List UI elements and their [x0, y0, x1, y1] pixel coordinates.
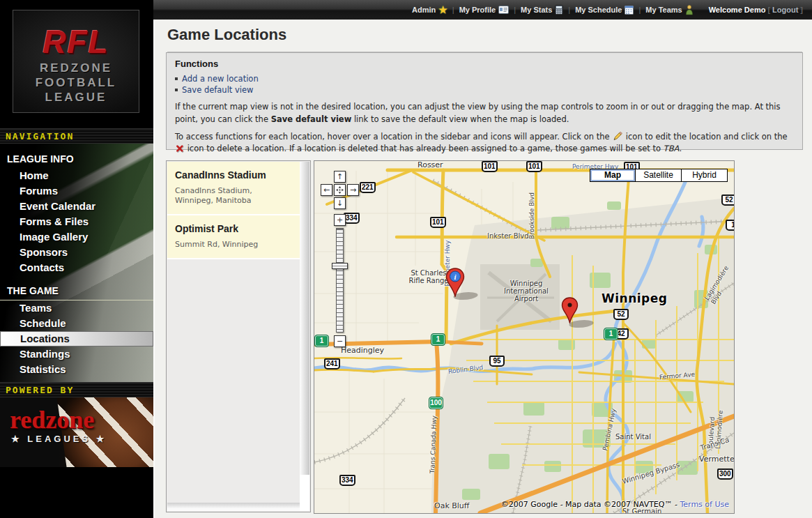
profile-card-icon	[498, 6, 509, 14]
trans-canada-shield: 1	[604, 328, 618, 340]
map-type-switcher: Map Satellite Hybrid	[590, 169, 728, 182]
map-label: Rosser	[418, 161, 443, 169]
zoom-slider-track[interactable]	[336, 228, 344, 333]
copyright-text: ©2007 Google - Map data ©2007 NAVTEQ™ -	[501, 500, 677, 509]
location-name: CanadInns Stadium	[175, 169, 293, 181]
edit-pencil-icon	[613, 132, 622, 141]
sidebar-item-statistics[interactable]: Statistics	[0, 362, 153, 377]
add-location-link[interactable]: Add a new location	[182, 73, 259, 84]
bullet-icon	[175, 89, 178, 91]
sidebar-item-locations[interactable]: Locations	[0, 331, 153, 346]
zoom-in-button[interactable]: +	[334, 214, 346, 226]
pan-up-button[interactable]: ↑	[334, 171, 346, 183]
sidebar: RFL REDZONE FOOTBALL LEAGUE NAVIGATION L…	[0, 0, 153, 518]
section-header-league-info: LEAGUE INFO	[0, 149, 153, 168]
instruction-bold-text: Save default view	[271, 114, 352, 124]
pan-right-button[interactable]: →	[347, 184, 359, 196]
pan-center-button[interactable]	[334, 184, 346, 196]
trans-canada-shield: 1	[314, 335, 329, 347]
sidebar-item-teams[interactable]: Teams	[0, 300, 153, 316]
topbar-label-my-schedule: My Schedule	[575, 6, 622, 14]
save-default-view-link[interactable]: Save default view	[182, 84, 253, 96]
tba-text: TBA	[664, 144, 680, 153]
topbar-label-my-profile: My Profile	[459, 6, 496, 14]
trans-canada-shield: 100	[429, 397, 443, 409]
league-logo-acronym: RFL	[13, 23, 139, 61]
functions-links: Add a new location Save default view	[175, 73, 794, 96]
topbar-link-my-stats[interactable]: My Stats	[521, 5, 563, 15]
sidebar-nav: LEAGUE INFO Home Forums Event Calendar F…	[0, 144, 153, 382]
page-title: Game Locations	[167, 26, 802, 52]
instructions-paragraph-2: To access functions for each location, h…	[175, 131, 794, 156]
sidebar-item-sponsors[interactable]: Sponsors	[0, 245, 153, 260]
sidebar-item-forms-files[interactable]: Forms & Files	[0, 214, 153, 229]
route-shield: 101	[430, 217, 446, 228]
topbar-link-admin[interactable]: Admin ★	[412, 5, 447, 15]
map-copyright: ©2007 Google - Map data ©2007 NAVTEQ™ - …	[501, 500, 729, 509]
redzone-logo-subtext: ★ LEAGUES ★	[11, 434, 107, 444]
redzone-logo-text: redzone	[10, 407, 94, 432]
route-shield: 101	[482, 161, 498, 172]
league-logo-line: LEAGUE	[13, 90, 139, 105]
functions-box-title: Functions	[175, 59, 794, 69]
topbar-label-admin: Admin	[412, 6, 436, 14]
map-label: Inkster Blvd	[487, 232, 529, 240]
route-shield: 52	[721, 195, 735, 206]
vertical-scrollbar[interactable]	[300, 162, 309, 503]
map-type-button-hybrid[interactable]: Hybrid	[682, 169, 728, 182]
map-label: Headingley	[341, 346, 384, 354]
list-item: Add a new location	[175, 73, 794, 84]
instructions-paragraph-1: If the current map view is not in the de…	[175, 101, 794, 126]
locations-panel: CanadInns Stadium CanadInns Stadium, Win…	[166, 160, 311, 512]
map-canvas[interactable]: Rosser Perimeter Hwy Perimeter Hwy Brook…	[314, 160, 735, 514]
map-marker-location[interactable]	[561, 297, 579, 323]
functions-box: Functions Add a new location Save defaul…	[166, 52, 803, 150]
topbar-link-my-teams[interactable]: My Teams	[645, 5, 693, 15]
sidebar-item-standings[interactable]: Standings	[0, 346, 153, 362]
pan-left-button[interactable]: ←	[321, 184, 332, 196]
zoom-slider-handle[interactable]	[332, 263, 348, 269]
sidebar-item-forums[interactable]: Forums	[0, 183, 153, 199]
map-label-winnipeg: Winnipeg	[602, 295, 667, 303]
location-card-canadinns[interactable]: CanadInns Stadium CanadInns Stadium, Win…	[167, 162, 300, 215]
calendar-icon	[625, 5, 634, 15]
vertical-scrollbar-thumb[interactable]	[300, 475, 309, 503]
welcome-text: Welcome Demo	[709, 6, 766, 14]
sidebar-item-schedule[interactable]: Schedule	[0, 316, 153, 331]
scrollbar-corner	[300, 503, 309, 511]
sidebar-item-contacts[interactable]: Contacts	[0, 260, 153, 275]
person-icon	[685, 5, 694, 15]
route-shield: 101	[526, 161, 542, 172]
map-type-button-map[interactable]: Map	[590, 169, 636, 182]
league-logo-line: FOOTBALL	[13, 75, 139, 90]
map-label: Oak Bluff	[434, 502, 469, 510]
route-shield: 52	[613, 309, 629, 320]
navigation-banner: NAVIGATION	[0, 128, 153, 144]
map-label: Vermette	[699, 455, 735, 463]
location-card-optimist-park[interactable]: Optimist Park Summit Rd, Winnipeg	[167, 215, 300, 259]
logout-link[interactable]: Logout	[772, 6, 798, 14]
topbar-separator: |	[568, 6, 570, 14]
terms-of-use-link[interactable]: Terms of Use	[680, 500, 729, 509]
sidebar-item-home[interactable]: Home	[0, 168, 153, 183]
map-marker-info[interactable]: i	[445, 268, 465, 297]
topbar-separator: |	[514, 6, 516, 14]
route-shield: 241	[324, 358, 340, 370]
league-logo: RFL REDZONE FOOTBALL LEAGUE	[13, 10, 139, 113]
instruction-text: link to save the default view when the m…	[351, 114, 569, 124]
map-label: Brookside Blvd	[528, 192, 536, 239]
horizontal-scrollbar[interactable]	[167, 503, 300, 511]
topbar-link-my-schedule[interactable]: My Schedule	[575, 5, 634, 15]
topbar-link-my-profile[interactable]: My Profile	[459, 6, 510, 14]
map-label: Winnipeg International Airport	[503, 280, 550, 303]
topbar-separator: |	[638, 6, 641, 14]
the-game-list: Teams Schedule Locations Standings Stati…	[0, 300, 153, 377]
sidebar-item-image-gallery[interactable]: Image Gallery	[0, 229, 153, 245]
location-name: Optimist Park	[175, 223, 293, 234]
zoom-out-button[interactable]: −	[334, 335, 346, 347]
sidebar-item-event-calendar[interactable]: Event Calendar	[0, 199, 153, 214]
pan-down-button[interactable]: ↓	[334, 197, 346, 209]
instruction-text: To access functions for each location, h…	[175, 132, 612, 142]
map-type-button-satellite[interactable]: Satellite	[636, 169, 682, 182]
logout-bracket: [	[767, 6, 770, 14]
